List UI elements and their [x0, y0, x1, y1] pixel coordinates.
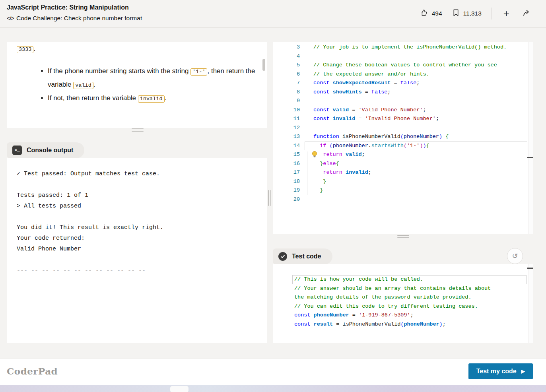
like-button[interactable]: 494 — [420, 9, 442, 18]
left-panel-resize-handle[interactable] — [132, 128, 144, 132]
test-code-line-3[interactable]: the matching details of the password var… — [294, 293, 527, 302]
testcode-cursor-marker — [527, 268, 533, 269]
share-arrow-icon — [522, 9, 531, 18]
code-line-12[interactable]: 12 — [273, 124, 533, 133]
code-line-18[interactable]: 18 } — [273, 177, 533, 186]
thumbs-up-icon — [420, 9, 428, 18]
editor-lines: 3// Your job is to implement the isPhone… — [273, 42, 533, 204]
footer-bar: CoderPad Test my code ▶ — [0, 359, 546, 385]
intro-suffix: . — [33, 45, 35, 52]
editor-cursor-marker — [527, 157, 533, 158]
like-count: 494 — [432, 10, 442, 17]
code-line-11[interactable]: 11const invalid = 'Invalid Phone Number'… — [273, 114, 533, 124]
test-code-line-6[interactable]: const result = isPhoneNumberValid(phoneN… — [294, 320, 527, 329]
code-line-3[interactable]: 3// Your job is to implement the isPhone… — [273, 43, 533, 52]
console-line: > All tests passed — [17, 201, 267, 212]
console-line: --- -- -- -- -- -- -- -- -- -- -- -- — [17, 265, 267, 276]
code-brackets-icon: </> — [7, 15, 14, 21]
line-number: 8 — [273, 88, 300, 97]
line-number: 11 — [273, 114, 300, 124]
line-number: 18 — [273, 177, 300, 186]
code-line-4[interactable]: 4 — [273, 52, 533, 61]
inline-code-chip: 3333 — [17, 46, 33, 53]
check-circle-icon — [278, 252, 287, 261]
inline-code-chip: '1-' — [190, 68, 207, 76]
instruction-bullet: If the phone number string starts with t… — [48, 65, 262, 92]
code-line-9[interactable]: 9 — [273, 97, 533, 106]
test-my-code-label: Test my code — [476, 368, 517, 375]
test-code-line-5[interactable]: const phoneNumber = '1-919-867-5309'; — [294, 311, 527, 320]
code-line-13[interactable]: 13function isPhoneNumberValid(phoneNumbe… — [273, 132, 533, 142]
line-number: 5 — [273, 61, 300, 70]
tab-test-code[interactable]: Test code — [273, 248, 332, 264]
line-number: 3 — [273, 43, 300, 52]
console-line — [17, 179, 267, 190]
instructions-body: 3333. If the phone number string starts … — [7, 42, 267, 105]
plus-icon: + — [503, 8, 509, 19]
inline-code-chip: invalid — [138, 95, 165, 103]
code-line-8[interactable]: 8const showHints = false; — [273, 88, 533, 97]
coderpad-app: JavaScript Practice: String Manipulation… — [0, 0, 546, 392]
line-number: 19 — [273, 186, 300, 195]
reset-arrow-icon: ↺ — [512, 252, 518, 260]
testcode-lines: // This is how your code will be called.… — [273, 264, 533, 329]
code-line-10[interactable]: 10const valid = 'Valid Phone Number'; — [273, 106, 533, 115]
bookmark-icon — [453, 9, 459, 18]
instruction-bullet: If not, then return the variable invalid… — [48, 92, 262, 105]
line-number: 20 — [273, 195, 300, 204]
play-icon: ▶ — [521, 369, 525, 374]
line-number: 4 — [273, 52, 300, 61]
console-output-panel: ✓ Test passed: Output matches test case.… — [7, 158, 267, 343]
code-line-16[interactable]: 16 }else{ — [273, 159, 533, 169]
testcode-scrollbar[interactable] — [528, 264, 533, 343]
code-line-17[interactable]: 17 return invalid; — [273, 168, 533, 177]
bookmark-count: 11,313 — [463, 10, 482, 17]
taskbar-item — [170, 386, 188, 392]
console-line: Tests passed: 1 of 1 — [17, 190, 267, 201]
editor-scrollbar[interactable] — [528, 42, 533, 234]
header-divider — [491, 8, 492, 19]
challenge-subtitle-text: Code Challenge: Check phone number forma… — [16, 15, 142, 21]
test-my-code-button[interactable]: Test my code ▶ — [468, 363, 533, 379]
share-button[interactable] — [522, 9, 531, 18]
code-editor-panel[interactable]: 3// Your job is to implement the isPhone… — [273, 42, 533, 234]
line-number: 12 — [273, 124, 300, 133]
code-line-6[interactable]: 6// the expected answer and/or hints. — [273, 70, 533, 79]
line-number: 9 — [273, 97, 300, 106]
test-code-line-2[interactable]: // Your answer should be an array that c… — [294, 284, 527, 293]
test-code-line-1[interactable]: // This is how your code will be called. — [294, 275, 527, 284]
inline-code-chip: valid — [73, 82, 93, 89]
instructions-panel: 3333. If the phone number string starts … — [7, 42, 267, 128]
lightbulb-icon[interactable] — [312, 151, 317, 159]
instructions-scrollbar[interactable] — [262, 59, 265, 71]
test-code-tab-label: Test code — [292, 253, 321, 260]
line-number: 10 — [273, 106, 300, 115]
header: JavaScript Practice: String Manipulation… — [0, 0, 546, 28]
column-resize-handle[interactable] — [268, 190, 271, 206]
instructions-intro: 3333. — [17, 45, 251, 53]
console-line: You did it! This result is exactly right… — [17, 222, 267, 233]
test-code-panel[interactable]: // This is how your code will be called.… — [273, 264, 533, 343]
header-actions: 494 11,313 + — [420, 6, 531, 21]
right-panel-resize-handle[interactable] — [397, 235, 409, 238]
terminal-icon: >_ — [12, 146, 22, 155]
tab-console-output[interactable]: >_ Console output — [7, 142, 84, 158]
line-number: 15 — [273, 150, 300, 159]
code-line-5[interactable]: 5// Change these boolean values to contr… — [273, 61, 533, 70]
console-body: ✓ Test passed: Output matches test case.… — [7, 158, 267, 276]
code-line-14[interactable]: 14 if (phoneNumber.startsWith('1-')){ — [273, 142, 533, 151]
line-number: 14 — [273, 142, 300, 151]
page-title: JavaScript Practice: String Manipulation — [7, 4, 129, 11]
reset-test-code-button[interactable]: ↺ — [507, 248, 523, 264]
indent-guide — [307, 151, 307, 195]
bookmark-button[interactable]: 11,313 — [453, 9, 482, 18]
test-code-line-4[interactable]: // You can edit this code to try differe… — [294, 302, 527, 311]
code-line-19[interactable]: 19 } — [273, 186, 533, 195]
console-line — [17, 254, 267, 265]
instruction-list: If the phone number string starts with t… — [48, 65, 262, 105]
console-line: Your code returned: — [17, 233, 267, 244]
line-number: 17 — [273, 168, 300, 177]
code-line-20[interactable]: 20 — [273, 195, 533, 204]
add-button[interactable]: + — [501, 8, 512, 19]
code-line-7[interactable]: 7const showExpectedResult = false; — [273, 79, 533, 88]
